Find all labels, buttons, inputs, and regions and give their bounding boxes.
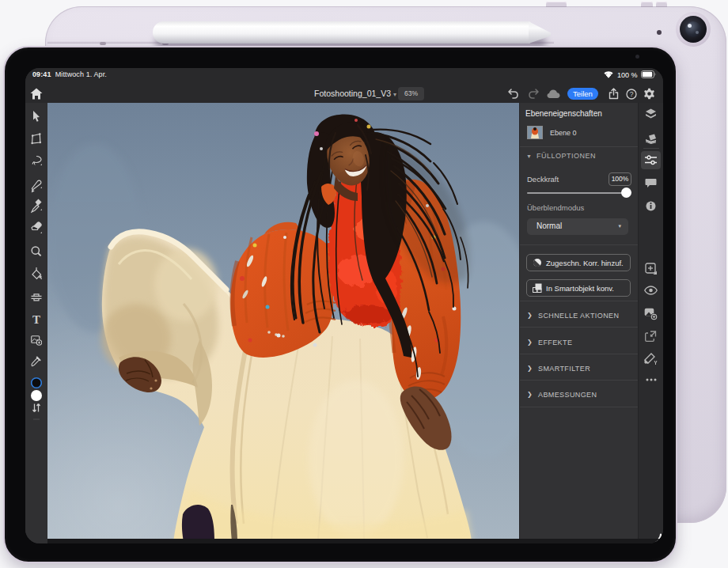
svg-text:T: T: [32, 313, 40, 326]
svg-text:?: ?: [630, 90, 634, 98]
